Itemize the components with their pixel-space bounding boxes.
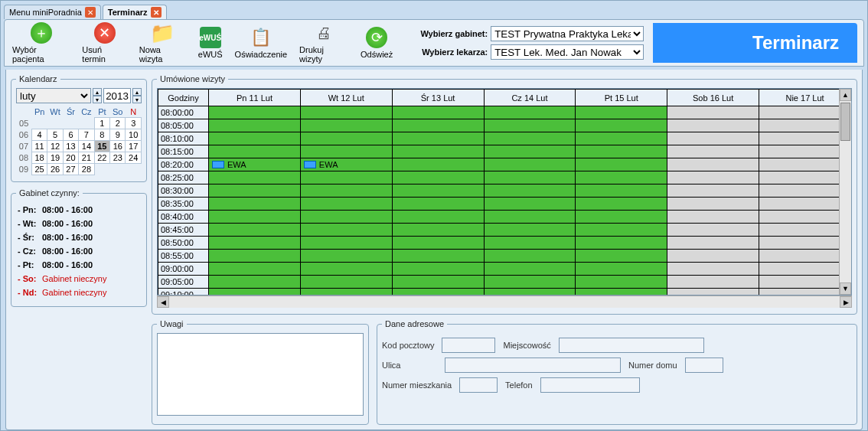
schedule-cell[interactable] [576, 106, 667, 119]
zip-input[interactable] [442, 338, 495, 353]
scroll-right-icon[interactable]: ▶ [840, 296, 852, 308]
schedule-cell[interactable] [209, 145, 301, 158]
schedule-cell[interactable] [759, 211, 851, 224]
schedule-cell[interactable] [484, 211, 576, 224]
print-visits-button[interactable]: 🖨 Drukuj wizyty [298, 21, 350, 65]
schedule-cell[interactable] [392, 158, 484, 171]
vertical-scrollbar[interactable]: ▲ ▼ [839, 89, 851, 295]
scroll-up-icon[interactable]: ▲ [840, 89, 851, 101]
calendar-day[interactable]: 10 [126, 129, 142, 141]
schedule-cell[interactable] [209, 211, 301, 224]
schedule-cell[interactable] [759, 263, 851, 276]
calendar-day[interactable]: 25 [31, 164, 47, 175]
calendar-day[interactable]: 14 [79, 141, 94, 152]
schedule-cell[interactable] [759, 132, 851, 145]
ewus-button[interactable]: eWUŚ eWUŚ [197, 25, 224, 60]
calendar-day[interactable]: 23 [110, 152, 126, 164]
horizontal-scrollbar[interactable]: ◀ ▶ [157, 295, 852, 308]
choose-patient-button[interactable]: ＋ Wybór pacjenta [11, 21, 71, 65]
schedule-cell[interactable] [392, 289, 484, 296]
schedule-cell[interactable] [484, 263, 576, 276]
schedule-cell[interactable] [667, 211, 759, 224]
schedule-cell[interactable] [484, 198, 576, 211]
schedule-cell[interactable] [576, 184, 667, 198]
schedule-cell[interactable] [576, 276, 667, 289]
schedule-cell[interactable] [576, 158, 667, 171]
calendar-day[interactable]: 17 [126, 141, 142, 152]
schedule-cell[interactable] [209, 250, 301, 263]
schedule-cell[interactable] [392, 171, 484, 184]
schedule-cell[interactable] [484, 106, 576, 119]
schedule-cell[interactable] [484, 184, 576, 198]
select-lekarz[interactable]: TEST Lek. Med. Jan Nowak [491, 44, 644, 60]
schedule-cell[interactable] [300, 289, 392, 296]
scroll-thumb[interactable] [840, 103, 850, 141]
calendar-day[interactable]: 28 [79, 164, 94, 175]
schedule-cell[interactable] [392, 132, 484, 145]
schedule-cell[interactable] [759, 224, 851, 237]
tab-terminarz[interactable]: Terminarz ✕ [103, 5, 167, 19]
schedule-cell[interactable] [667, 132, 759, 145]
calendar-day[interactable]: 5 [47, 129, 63, 141]
schedule-cell[interactable] [300, 145, 392, 158]
schedule-cell[interactable] [667, 145, 759, 158]
schedule-cell[interactable] [392, 145, 484, 158]
schedule-cell[interactable] [300, 250, 392, 263]
schedule-cell[interactable] [667, 184, 759, 198]
year-spinner[interactable]: ▲ ▼ [93, 88, 102, 103]
schedule-cell[interactable] [484, 158, 576, 171]
calendar-day[interactable]: 13 [63, 141, 78, 152]
schedule-cell[interactable] [209, 289, 301, 296]
schedule-cell[interactable] [667, 119, 759, 132]
calendar-day[interactable]: 11 [31, 141, 47, 152]
schedule-cell[interactable] [300, 211, 392, 224]
year-input[interactable] [103, 88, 131, 103]
phone-input[interactable] [540, 377, 640, 393]
schedule-cell[interactable] [392, 184, 484, 198]
schedule-cell[interactable] [667, 276, 759, 289]
calendar-day[interactable]: 18 [31, 152, 47, 164]
schedule-cell[interactable] [300, 119, 392, 132]
schedule-cell[interactable] [484, 276, 576, 289]
schedule-cell[interactable] [576, 145, 667, 158]
calendar-day[interactable]: 20 [63, 152, 78, 164]
schedule-cell[interactable] [392, 276, 484, 289]
calendar-day[interactable]: 24 [126, 152, 142, 164]
calendar-day[interactable]: 6 [63, 129, 78, 141]
schedule-cell[interactable] [759, 119, 851, 132]
schedule-cell[interactable] [392, 211, 484, 224]
calendar-day[interactable]: 1 [94, 118, 109, 129]
refresh-button[interactable]: ⟳ Odśwież [359, 25, 394, 60]
schedule-cell[interactable] [484, 132, 576, 145]
schedule-cell[interactable] [484, 171, 576, 184]
schedule-cell[interactable] [759, 276, 851, 289]
schedule-cell[interactable] [392, 198, 484, 211]
schedule-cell[interactable] [759, 250, 851, 263]
select-gabinet[interactable]: TEST Prywatna Praktyka Lekars... [491, 26, 644, 41]
schedule-cell[interactable] [300, 106, 392, 119]
calendar-day[interactable]: 2 [110, 118, 126, 129]
schedule-cell[interactable] [300, 184, 392, 198]
appointment[interactable]: EWA [209, 160, 246, 169]
schedule-cell[interactable] [576, 224, 667, 237]
schedule-cell[interactable] [392, 119, 484, 132]
schedule-cell[interactable] [209, 171, 301, 184]
schedule-cell[interactable] [576, 171, 667, 184]
schedule-cell[interactable] [759, 289, 851, 296]
schedule-cell[interactable] [209, 106, 301, 119]
schedule-cell[interactable] [484, 237, 576, 250]
schedule-cell[interactable] [484, 224, 576, 237]
schedule-cell[interactable] [759, 237, 851, 250]
schedule-cell[interactable] [392, 106, 484, 119]
schedule-cell[interactable] [759, 106, 851, 119]
schedule-cell[interactable] [300, 237, 392, 250]
calendar-day[interactable]: 7 [79, 129, 94, 141]
schedule-cell[interactable] [759, 145, 851, 158]
schedule-cell[interactable] [576, 211, 667, 224]
statement-button[interactable]: 📋 Oświadczenie [233, 25, 289, 60]
schedule-cell[interactable] [300, 198, 392, 211]
schedule-cell[interactable] [759, 198, 851, 211]
calendar-day[interactable]: 15 [94, 141, 109, 152]
schedule-cell[interactable] [392, 224, 484, 237]
schedule-cell[interactable] [667, 237, 759, 250]
